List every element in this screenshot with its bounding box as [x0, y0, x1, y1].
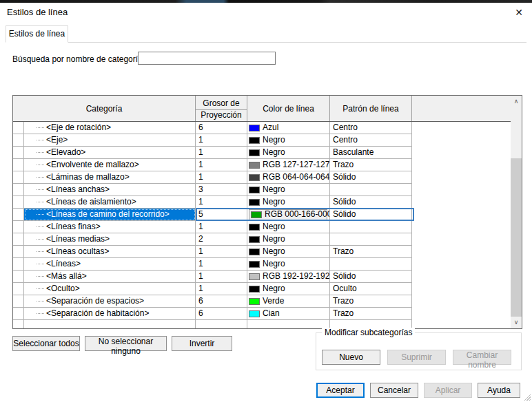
line-weight-cell[interactable]: 1 [196, 196, 247, 209]
table-row[interactable]: <Líneas de camino del recorrido>5RGB 000… [13, 209, 511, 221]
category-cell[interactable]: <Separación de habitación> [24, 308, 196, 320]
select-all-button[interactable]: Seleccionar todos [12, 336, 80, 351]
search-input[interactable] [138, 52, 276, 65]
column-header-line-weight[interactable]: Grosor de línea Proyección [196, 96, 247, 121]
ok-button[interactable]: Aceptar [316, 383, 365, 398]
category-cell[interactable]: <Oculto> [24, 283, 196, 295]
line-color-cell[interactable]: Negro [247, 258, 330, 271]
table-row[interactable]: <Separación de habitación>6CianTrazo [13, 308, 511, 320]
category-cell[interactable]: <Envolvente de mallazo> [24, 159, 196, 171]
category-cell[interactable]: <Líneas medias> [24, 233, 196, 246]
category-cell[interactable]: <Eje de rotación> [24, 122, 196, 134]
category-cell[interactable]: <Más allá> [24, 271, 196, 283]
line-color-cell[interactable]: Negro [247, 134, 330, 147]
row-selector-cell[interactable] [13, 271, 24, 283]
title-bar[interactable]: Estilos de línea ✕ [0, 3, 532, 22]
scroll-up-icon[interactable]: ∧ [511, 96, 522, 107]
line-weight-cell[interactable]: 2 [196, 233, 247, 246]
table-row[interactable]: <Líneas>1Negro [13, 258, 511, 271]
category-cell[interactable]: <Líneas de camino del recorrido> [24, 209, 196, 221]
line-weight-cell[interactable]: 5 [196, 209, 247, 221]
line-color-cell[interactable]: Negro [247, 283, 330, 295]
category-cell[interactable]: <Líneas de aislamiento> [24, 196, 196, 209]
category-cell[interactable]: <Líneas finas> [24, 221, 196, 233]
table-row[interactable]: <Eje de rotación>6AzulCentro [13, 122, 511, 134]
vertical-scrollbar[interactable]: ∧ ∨ [511, 96, 522, 328]
line-color-cell[interactable]: Negro [247, 221, 330, 233]
row-selector-cell[interactable] [13, 221, 24, 233]
line-color-cell[interactable]: Cian [247, 308, 330, 320]
line-weight-cell[interactable]: 1 [196, 271, 247, 283]
tab-line-styles[interactable]: Estilos de línea [6, 25, 68, 43]
row-selector-cell[interactable] [13, 122, 24, 134]
line-pattern-cell[interactable]: Centro [330, 122, 412, 134]
table-row[interactable]: <Líneas finas>1Negro [13, 221, 511, 233]
category-cell[interactable]: <Líneas anchas> [24, 184, 196, 196]
line-pattern-cell[interactable]: Basculante [330, 147, 412, 159]
table-row[interactable]: <Líneas anchas>3Negro [13, 184, 511, 196]
line-pattern-cell[interactable]: Trazo [330, 295, 412, 308]
table-row[interactable]: <Más allá>1RGB 192-192-192Sólido [13, 271, 511, 283]
line-pattern-cell[interactable]: Centro [330, 134, 412, 147]
line-weight-cell[interactable]: 3 [196, 184, 247, 196]
line-weight-cell[interactable]: 1 [196, 283, 247, 295]
line-pattern-cell[interactable] [330, 258, 412, 271]
line-color-cell[interactable]: Verde [247, 295, 330, 308]
category-cell[interactable]: <Líneas ocultas> [24, 246, 196, 258]
line-pattern-cell[interactable]: Sólido [330, 171, 412, 184]
row-selector-cell[interactable] [13, 308, 24, 320]
column-header-line-color[interactable]: Color de línea [247, 96, 330, 121]
row-selector-cell[interactable] [13, 196, 24, 209]
row-selector-cell[interactable] [13, 258, 24, 271]
row-selector-cell[interactable] [13, 184, 24, 196]
category-cell[interactable]: <Elevado> [24, 147, 196, 159]
line-weight-cell[interactable]: 1 [196, 147, 247, 159]
line-weight-cell[interactable]: 1 [196, 221, 247, 233]
table-row[interactable]: <Envolvente de mallazo>1RGB 127-127-127T… [13, 159, 511, 171]
table-row[interactable]: <Separación de espacios>6VerdeTrazo [13, 295, 511, 308]
cancel-button[interactable]: Cancelar [370, 383, 418, 398]
line-color-cell[interactable]: Negro [247, 233, 330, 246]
line-pattern-cell[interactable]: Oculto [330, 283, 412, 295]
column-header-line-pattern[interactable]: Patrón de línea [330, 96, 412, 121]
row-selector-cell[interactable] [13, 147, 24, 159]
line-weight-cell[interactable]: 6 [196, 295, 247, 308]
color-picker-button[interactable]: RGB 000-166-000 [249, 209, 327, 220]
row-selector-cell[interactable] [13, 209, 24, 221]
table-row[interactable]: <Oculto>1NegroOculto [13, 283, 511, 295]
close-icon[interactable]: ✕ [509, 4, 529, 21]
table-row[interactable]: <Láminas de mallazo>1RGB 064-064-064Sóli… [13, 171, 511, 184]
column-header-category[interactable]: Categoría [13, 96, 196, 121]
line-color-cell[interactable]: RGB 000-166-000 [247, 209, 330, 221]
select-none-button[interactable]: No seleccionar ninguno [85, 336, 167, 351]
line-weight-cell[interactable]: 1 [196, 246, 247, 258]
rename-subcategory-button[interactable]: Cambiar nombre [453, 350, 511, 365]
table-row[interactable]: <Eje>1NegroCentro [13, 134, 511, 147]
line-pattern-cell[interactable]: Sólido [330, 209, 412, 221]
delete-subcategory-button[interactable]: Suprimir [387, 350, 446, 365]
row-selector-cell[interactable] [13, 283, 24, 295]
line-weight-cell[interactable]: 6 [196, 122, 247, 134]
row-selector-cell[interactable] [13, 134, 24, 147]
category-cell[interactable]: <Eje> [24, 134, 196, 147]
line-color-cell[interactable]: RGB 127-127-127 [247, 159, 330, 171]
table-row[interactable]: <Líneas ocultas>1NegroTrazo [13, 246, 511, 258]
row-selector-cell[interactable] [13, 171, 24, 184]
line-weight-cell[interactable]: 1 [196, 134, 247, 147]
line-color-cell[interactable]: RGB 192-192-192 [247, 271, 330, 283]
line-pattern-cell[interactable]: Trazo [330, 159, 412, 171]
line-pattern-cell[interactable] [330, 184, 412, 196]
resize-grip[interactable] [522, 392, 531, 401]
line-color-cell[interactable]: Negro [247, 147, 330, 159]
new-subcategory-button[interactable]: Nuevo [322, 350, 380, 365]
category-cell[interactable]: <Separación de espacios> [24, 295, 196, 308]
line-color-cell[interactable]: Negro [247, 196, 330, 209]
line-pattern-cell[interactable] [330, 221, 412, 233]
row-selector-cell[interactable] [13, 295, 24, 308]
line-color-cell[interactable]: RGB 064-064-064 [247, 171, 330, 184]
help-button[interactable]: Ayuda [478, 383, 520, 398]
line-weight-cell[interactable]: 1 [196, 171, 247, 184]
line-pattern-cell[interactable]: Sólido [330, 196, 412, 209]
line-color-cell[interactable]: Negro [247, 246, 330, 258]
line-pattern-cell[interactable]: Trazo [330, 308, 412, 320]
